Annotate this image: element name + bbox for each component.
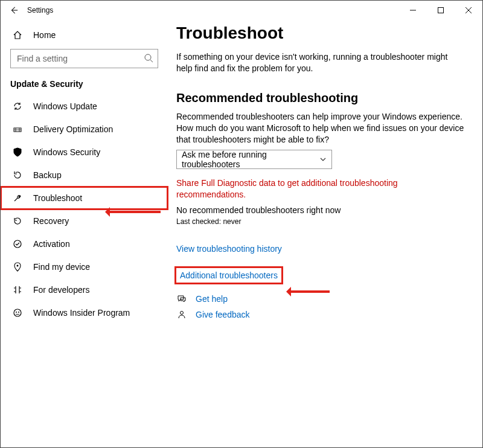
back-button[interactable] — [5, 2, 22, 19]
window-title: Settings — [27, 6, 53, 14]
no-troubleshooters-text: No recommended troubleshooters right now — [176, 205, 464, 215]
recommended-desc: Recommended troubleshooters can help imp… — [176, 111, 464, 146]
feedback-icon — [176, 309, 187, 320]
sync-icon — [11, 100, 24, 112]
search-icon — [144, 53, 153, 63]
sidebar-home-label: Home — [33, 30, 56, 40]
sidebar: Home Update & Security Windows Update De… — [1, 20, 168, 447]
sidebar-item-delivery-optimization[interactable]: Delivery Optimization — [1, 118, 168, 141]
recovery-icon — [11, 215, 24, 227]
minimize-button[interactable] — [399, 1, 427, 20]
sidebar-item-windows-security[interactable]: Windows Security — [1, 141, 168, 164]
sidebar-item-label: Troubleshoot — [33, 193, 82, 203]
sidebar-item-label: For developers — [33, 285, 89, 295]
sidebar-item-label: Find my device — [33, 262, 90, 272]
sidebar-item-label: Windows Security — [33, 147, 100, 157]
shield-icon — [11, 146, 24, 158]
sidebar-item-label: Recovery — [33, 216, 69, 226]
sidebar-home[interactable]: Home — [1, 24, 168, 46]
troubleshoot-preference-combo[interactable]: Ask me before running troubleshooters — [176, 150, 332, 169]
chat-icon — [176, 293, 187, 304]
insider-icon — [11, 307, 24, 319]
sidebar-item-label: Windows Insider Program — [33, 308, 130, 318]
maximize-button[interactable] — [427, 1, 455, 20]
additional-troubleshooters-link[interactable]: Additional troubleshooters — [176, 268, 281, 283]
wrench-icon — [11, 192, 24, 204]
svg-point-7 — [14, 240, 21, 248]
svg-rect-1 — [438, 8, 444, 13]
titlebar: Settings — [1, 1, 482, 20]
location-icon — [11, 261, 24, 273]
sidebar-item-activation[interactable]: Activation — [1, 232, 168, 255]
annotation-arrow — [106, 211, 161, 213]
delivery-icon — [11, 123, 24, 135]
sidebar-item-find-my-device[interactable]: Find my device — [1, 255, 168, 278]
svg-point-10 — [16, 312, 17, 313]
developers-icon — [11, 284, 24, 296]
sidebar-item-label: Windows Update — [33, 101, 97, 111]
combo-value: Ask me before running troubleshooters — [182, 150, 319, 169]
sidebar-item-backup[interactable]: Backup — [1, 164, 168, 187]
check-circle-icon — [11, 238, 24, 250]
sidebar-item-windows-insider[interactable]: Windows Insider Program — [1, 301, 168, 324]
search-input[interactable] — [10, 49, 158, 68]
sidebar-item-windows-update[interactable]: Windows Update — [1, 95, 168, 118]
get-help-link[interactable]: Get help — [196, 294, 228, 304]
page-title: Troubleshoot — [176, 24, 464, 43]
chevron-down-icon — [319, 156, 327, 163]
svg-line-5 — [150, 60, 153, 62]
backup-icon — [11, 169, 24, 181]
diagnostic-warning: Share Full Diagnostic data to get additi… — [176, 178, 464, 200]
last-checked-text: Last checked: never — [176, 217, 464, 226]
svg-point-12 — [181, 312, 184, 315]
sidebar-item-label: Delivery Optimization — [33, 124, 113, 134]
svg-point-8 — [17, 265, 19, 267]
home-icon — [11, 29, 24, 41]
sidebar-item-label: Backup — [33, 170, 62, 180]
svg-point-9 — [14, 309, 21, 316]
window-controls — [399, 1, 482, 20]
search-wrap — [10, 49, 158, 68]
svg-point-4 — [145, 54, 151, 60]
close-button[interactable] — [455, 1, 482, 20]
sidebar-category-header: Update & Security — [1, 74, 168, 95]
page-intro: If something on your device isn't workin… — [176, 51, 464, 74]
sidebar-item-label: Activation — [33, 239, 70, 249]
recommended-title: Recommended troubleshooting — [176, 91, 464, 105]
svg-point-11 — [18, 312, 19, 313]
give-feedback-link[interactable]: Give feedback — [196, 310, 250, 319]
annotation-arrow — [287, 290, 330, 293]
view-history-link[interactable]: View troubleshooting history — [176, 244, 282, 254]
main-panel: Troubleshoot If something on your device… — [168, 20, 482, 447]
sidebar-item-troubleshoot[interactable]: Troubleshoot — [1, 187, 168, 210]
sidebar-item-for-developers[interactable]: For developers — [1, 278, 168, 301]
